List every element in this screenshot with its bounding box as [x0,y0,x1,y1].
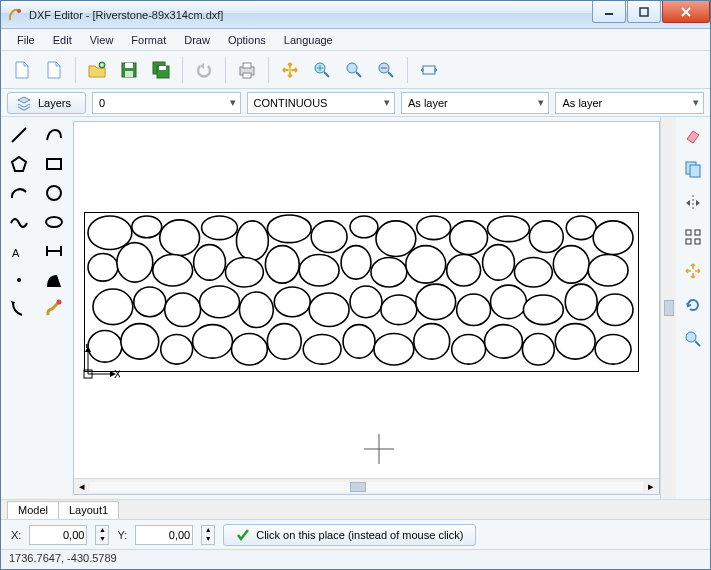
undo-icon[interactable] [189,55,219,85]
zoom-icon[interactable] [339,55,369,85]
svg-rect-21 [423,66,435,74]
y-input[interactable] [135,525,193,545]
svg-point-77 [597,294,633,326]
ucs-axis-icon: Y X [80,344,120,384]
menu-file[interactable]: File [9,32,43,48]
brush-icon[interactable] [38,295,70,323]
menu-edit[interactable]: Edit [45,32,80,48]
svg-point-82 [231,333,267,365]
svg-point-54 [299,254,339,286]
spline-icon[interactable] [3,208,35,236]
svg-point-34 [132,216,162,238]
property-bar: Layers 0▾ CONTINUOUS▾ As layer▾ As layer… [1,89,710,117]
svg-point-52 [225,257,263,287]
dimension-icon[interactable] [38,237,70,265]
polyline-icon[interactable] [38,121,70,149]
ellipse-icon[interactable] [38,208,70,236]
minimize-button[interactable] [592,1,626,23]
menu-view[interactable]: View [82,32,122,48]
menu-format[interactable]: Format [123,32,174,48]
layer-dropdown[interactable]: 0▾ [92,92,240,114]
mirror-icon[interactable] [679,189,707,217]
svg-text:Y: Y [83,344,91,350]
copy-icon[interactable] [679,155,707,183]
drawing-canvas[interactable]: Y X [74,122,659,478]
draw-toolbox: A [1,117,73,499]
svg-point-40 [350,216,378,238]
svg-rect-11 [243,63,251,68]
arc-icon[interactable] [3,179,35,207]
circle-icon[interactable] [38,179,70,207]
x-spinner[interactable]: ▲▼ [95,525,109,545]
move-icon[interactable] [679,257,707,285]
close-button[interactable] [662,1,710,23]
linetype-dropdown[interactable]: CONTINUOUS▾ [247,92,395,114]
scroll-left-icon[interactable]: ◂ [74,480,90,493]
zoom-extents-icon[interactable] [414,55,444,85]
maximize-button[interactable] [627,1,661,23]
svg-point-47 [593,221,633,255]
layers-button[interactable]: Layers [7,92,86,114]
open-file-icon[interactable] [82,55,112,85]
svg-point-87 [414,324,450,360]
tab-layout1[interactable]: Layout1 [58,501,119,519]
erase-icon[interactable] [679,121,707,149]
menu-options[interactable]: Options [220,32,274,48]
svg-point-79 [121,324,159,360]
save-icon[interactable] [114,55,144,85]
x-input[interactable] [29,525,87,545]
svg-point-75 [523,295,563,325]
print-icon[interactable] [232,55,262,85]
y-label: Y: [117,529,127,541]
scroll-right-icon[interactable]: ▸ [643,480,659,493]
point-icon[interactable] [3,266,35,294]
svg-point-89 [485,325,523,359]
svg-point-32 [56,300,61,305]
zoom-tool-icon[interactable] [679,325,707,353]
new-file2-icon[interactable] [39,55,69,85]
zoom-out-icon[interactable] [371,55,401,85]
svg-text:X: X [114,368,120,380]
line-icon[interactable] [3,121,35,149]
lineweight-dropdown[interactable]: As layer▾ [555,92,703,114]
svg-point-80 [161,334,193,364]
leader-icon[interactable] [3,295,35,323]
menu-draw[interactable]: Draw [176,32,218,48]
svg-point-90 [522,333,554,365]
menubar: File Edit View Format Draw Options Langu… [1,29,710,51]
svg-line-108 [695,341,700,346]
svg-point-45 [529,221,563,253]
svg-point-92 [595,334,631,364]
layout-tabs: Model Layout1 [1,499,710,519]
tab-model[interactable]: Model [7,501,59,519]
chevron-down-icon: ▾ [693,96,699,109]
rotate-icon[interactable] [679,291,707,319]
svg-point-86 [374,333,414,365]
pan-icon[interactable] [275,55,305,85]
svg-rect-12 [243,73,251,78]
svg-point-36 [202,216,238,240]
y-spinner[interactable]: ▲▼ [201,525,215,545]
horizontal-scrollbar[interactable]: ◂ ▸ [74,478,659,494]
svg-rect-101 [690,165,700,177]
text-icon[interactable]: A [3,237,35,265]
chevron-down-icon: ▾ [538,96,544,109]
svg-point-16 [347,63,357,73]
vertical-scrollbar[interactable] [660,117,676,499]
hatch-icon[interactable] [38,266,70,294]
zoom-in-icon[interactable] [307,55,337,85]
array-icon[interactable] [679,223,707,251]
polygon-icon[interactable] [3,150,35,178]
svg-point-55 [341,246,371,280]
rectangle-icon[interactable] [38,150,70,178]
new-file-icon[interactable] [7,55,37,85]
color-dropdown[interactable]: As layer▾ [401,92,549,114]
svg-rect-24 [47,159,61,169]
svg-point-70 [350,286,382,318]
save-as-icon[interactable] [146,55,176,85]
menu-language[interactable]: Language [276,32,341,48]
svg-point-74 [491,285,527,319]
svg-line-15 [324,72,329,77]
svg-point-67 [239,292,273,328]
click-place-button[interactable]: Click on this place (instead of mouse cl… [223,524,476,546]
